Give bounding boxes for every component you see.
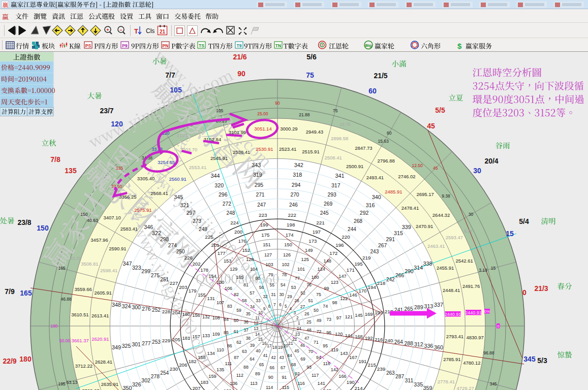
svg-text:26: 26 <box>304 311 310 316</box>
svg-text:88: 88 <box>243 365 249 370</box>
svg-text:92: 92 <box>295 371 300 376</box>
svg-text:147: 147 <box>338 274 347 279</box>
svg-text:59: 59 <box>236 308 241 313</box>
svg-text:3559.66: 3559.66 <box>74 286 91 292</box>
svg-text:36: 36 <box>243 319 249 324</box>
svg-text:136: 136 <box>230 381 237 386</box>
svg-text:141: 141 <box>318 381 325 386</box>
svg-text:81: 81 <box>243 282 249 287</box>
svg-text:96.88: 96.88 <box>483 350 494 355</box>
svg-text:120: 120 <box>335 332 343 337</box>
svg-text:144: 144 <box>345 333 353 338</box>
svg-text:T: T <box>134 27 138 35</box>
svg-text:115: 115 <box>282 385 289 390</box>
svg-text:326: 326 <box>132 381 141 387</box>
svg-text:342: 342 <box>294 162 303 168</box>
svg-text:5: 5 <box>285 304 287 309</box>
svg-text:11: 11 <box>255 316 260 320</box>
svg-text:340: 340 <box>372 194 381 200</box>
svg-text:343: 343 <box>252 162 261 168</box>
svg-text:220: 220 <box>342 234 350 240</box>
svg-text:101: 101 <box>297 267 305 272</box>
svg-text:166: 166 <box>338 374 347 379</box>
svg-text:2644.32: 2644.32 <box>432 212 450 218</box>
svg-text:175: 175 <box>261 232 269 238</box>
svg-text:269: 269 <box>324 201 332 207</box>
svg-text:82: 82 <box>234 292 239 297</box>
svg-text:265: 265 <box>405 306 413 312</box>
svg-text:34: 34 <box>250 304 255 309</box>
svg-text:60: 60 <box>234 318 239 323</box>
svg-text:39: 39 <box>250 343 255 348</box>
svg-text:49: 49 <box>317 318 322 323</box>
svg-text:247: 247 <box>257 202 266 208</box>
svg-text:3000.29: 3000.29 <box>280 126 297 132</box>
svg-text:120: 120 <box>111 120 123 128</box>
svg-text:338: 338 <box>423 261 432 267</box>
svg-text:335: 335 <box>414 381 423 387</box>
svg-text:267: 267 <box>378 243 387 248</box>
svg-text:20/4: 20/4 <box>484 157 498 165</box>
svg-text:Big: Big <box>365 43 372 48</box>
svg-text:18.75: 18.75 <box>339 122 351 127</box>
svg-text:2538.41: 2538.41 <box>233 149 250 155</box>
svg-text:35: 35 <box>246 311 251 316</box>
svg-text:85: 85 <box>224 330 229 335</box>
svg-text:359: 359 <box>423 385 432 390</box>
svg-text:19: 19 <box>278 345 283 350</box>
svg-text:53.13: 53.13 <box>67 380 78 385</box>
svg-text:2523.41: 2523.41 <box>279 146 296 152</box>
svg-text:22: 22 <box>292 337 297 342</box>
svg-text:25: 25 <box>306 319 312 324</box>
svg-text:268: 268 <box>354 218 362 224</box>
svg-text:12: 12 <box>254 321 259 326</box>
svg-text:221: 221 <box>316 220 325 225</box>
svg-text:126: 126 <box>283 252 291 257</box>
svg-text:PN: PN <box>163 43 169 48</box>
svg-text:5/5: 5/5 <box>435 106 445 114</box>
svg-text:193: 193 <box>375 310 383 315</box>
svg-text:196: 196 <box>335 242 344 248</box>
svg-text:133: 133 <box>202 333 210 338</box>
svg-text:215: 215 <box>368 362 376 368</box>
svg-text:2598.41: 2598.41 <box>100 268 117 273</box>
svg-text:315: 315 <box>394 230 403 236</box>
svg-text:2: 2 <box>296 316 299 320</box>
svg-text:7/8: 7/8 <box>50 155 60 164</box>
svg-text:316: 316 <box>366 202 375 208</box>
svg-text:2485.91: 2485.91 <box>385 189 402 194</box>
svg-text:114: 114 <box>266 385 273 390</box>
svg-text:2628.41: 2628.41 <box>95 359 112 365</box>
svg-text:PS: PS <box>85 43 91 48</box>
svg-text:2575.91: 2575.91 <box>134 207 151 213</box>
svg-text:66: 66 <box>270 365 275 370</box>
svg-text:3407.10: 3407.10 <box>103 215 120 220</box>
svg-text:119: 119 <box>331 347 338 352</box>
svg-text:3254.55: 3254.55 <box>158 159 175 165</box>
svg-text:2568.41: 2568.41 <box>150 190 168 196</box>
svg-text:301: 301 <box>132 341 141 347</box>
svg-text:2793.41: 2793.41 <box>446 334 463 339</box>
svg-text:278: 278 <box>151 374 160 379</box>
svg-text:214: 214 <box>354 385 363 390</box>
svg-text:75: 75 <box>316 292 321 297</box>
svg-text:177: 177 <box>218 250 226 256</box>
svg-text:117: 117 <box>312 373 319 378</box>
svg-text:165: 165 <box>58 266 65 271</box>
svg-text:55: 55 <box>270 282 275 287</box>
svg-text:47: 47 <box>304 336 310 341</box>
svg-text:178: 178 <box>200 267 208 273</box>
svg-text:341: 341 <box>335 173 344 179</box>
svg-text:16: 16 <box>262 341 267 346</box>
svg-text:3508.81: 3508.81 <box>81 261 98 267</box>
svg-text:302: 302 <box>141 377 150 383</box>
svg-text:270: 270 <box>290 192 299 198</box>
svg-text:266: 266 <box>395 273 404 278</box>
svg-text:225: 225 <box>205 234 213 240</box>
svg-text:295: 295 <box>255 182 264 188</box>
svg-text:298: 298 <box>160 236 169 242</box>
svg-text:9.38: 9.38 <box>442 193 450 199</box>
svg-text:79: 79 <box>268 272 273 277</box>
svg-text:253: 253 <box>152 339 161 345</box>
svg-text:158: 158 <box>198 355 206 360</box>
